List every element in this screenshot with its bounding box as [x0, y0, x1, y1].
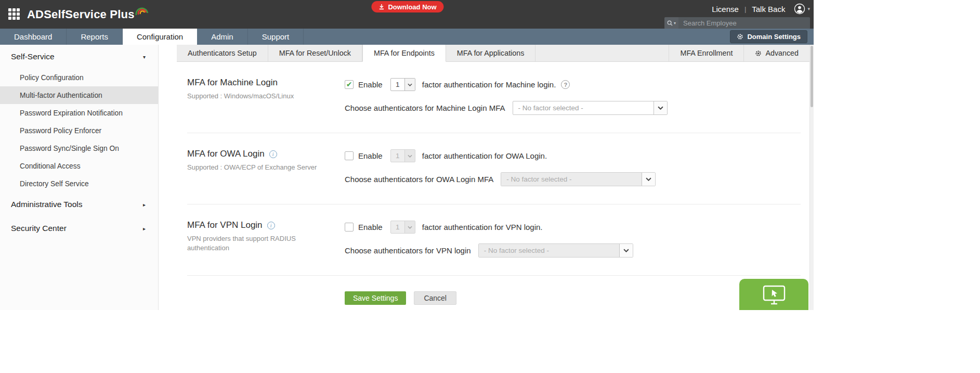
section-title: MFA for OWA Login	[187, 149, 265, 159]
search-input[interactable]	[678, 17, 810, 29]
gear-icon	[755, 50, 762, 57]
nav-admin[interactable]: Admin	[197, 29, 248, 45]
sidebar-item-password-sync-single-sign-on[interactable]: Password Sync/Single Sign On	[0, 139, 158, 157]
sidebar-group-label: Self-Service	[11, 52, 55, 61]
divider: |	[744, 5, 746, 13]
sidebar: Self-Service ▾ Policy Configuration Mult…	[0, 45, 159, 310]
tab-mfa-for-applications[interactable]: MFA for Applications	[446, 45, 536, 61]
user-avatar-icon	[794, 3, 805, 15]
chevron-down-icon: ▾	[674, 21, 676, 25]
user-avatar[interactable]: ▾	[794, 3, 810, 15]
chevron-right-icon: ▸	[143, 226, 146, 231]
chevron-down-icon	[619, 244, 633, 257]
chevron-down-icon	[654, 101, 667, 114]
section-subtitle: Supported : OWA/ECP of Exchange Server	[187, 163, 330, 172]
tab-mfa-for-endpoints[interactable]: MFA for Endpoints	[362, 45, 446, 62]
choose-authenticators-label: Choose authenticators for OWA Login MFA	[345, 175, 493, 184]
save-settings-button[interactable]: Save Settings	[345, 291, 406, 305]
nav-support[interactable]: Support	[248, 29, 304, 45]
app-logo-text: ADSelfService Plus	[27, 8, 135, 21]
support-chat-widget[interactable]	[739, 279, 808, 310]
sidebar-item-multi-factor-authentication[interactable]: Multi-factor Authentication	[0, 86, 158, 104]
nav-dashboard[interactable]: Dashboard	[0, 29, 67, 45]
owa-authenticators-select[interactable]: - No factor selected -	[501, 172, 656, 186]
section-subtitle: VPN providers that support RADIUS authen…	[187, 234, 330, 252]
enable-machine-mfa-checkbox[interactable]: ✔	[345, 80, 354, 89]
checkmark-icon: ✔	[346, 81, 352, 88]
factor-auth-text: factor authentication for VPN login.	[422, 223, 543, 231]
download-now-button[interactable]: Download Now	[371, 1, 443, 12]
vertical-scrollbar[interactable]	[809, 45, 814, 310]
section-machine-login: MFA for Machine Login Supported : Window…	[187, 62, 801, 133]
tab-advanced-label: Advanced	[765, 45, 799, 61]
gear-icon	[737, 33, 743, 40]
tab-mfa-for-reset-unlock[interactable]: MFA for Reset/Unlock	[268, 45, 362, 61]
form-actions: Save Settings Cancel	[345, 276, 801, 310]
main-nav: Dashboard Reports Configuration Admin Su…	[0, 29, 814, 45]
machine-authenticators-select[interactable]: - No factor selected -	[513, 101, 668, 115]
vpn-authenticators-select[interactable]: - No factor selected -	[478, 243, 633, 258]
browser-viewport: ADSelfService Plus Download Now License …	[0, 0, 814, 310]
choose-authenticators-label: Choose authenticators for VPN login	[345, 246, 471, 255]
sidebar-item-directory-self-service[interactable]: Directory Self Service	[0, 175, 158, 192]
top-bar: ADSelfService Plus Download Now License …	[0, 0, 814, 29]
sidebar-item-conditional-access[interactable]: Conditional Access	[0, 157, 158, 175]
info-icon[interactable]: i	[267, 222, 275, 229]
chevron-down-icon	[404, 79, 415, 91]
domain-settings-label: Domain Settings	[747, 33, 801, 41]
chevron-down-icon: ▾	[807, 6, 810, 11]
search-category-button[interactable]: ▾	[664, 17, 678, 29]
enable-label: Enable	[358, 223, 383, 231]
section-title: MFA for Machine Login	[187, 78, 278, 88]
chevron-down-icon: ▾	[143, 54, 146, 60]
domain-settings-button[interactable]: Domain Settings	[730, 30, 807, 43]
section-vpn-login: MFA for VPN Login i VPN providers that s…	[187, 204, 801, 276]
topbar-right: License | Talk Back ▾	[654, 0, 810, 29]
chevron-down-icon	[404, 221, 415, 233]
section-owa-login: MFA for OWA Login i Supported : OWA/ECP …	[187, 133, 801, 204]
cancel-button[interactable]: Cancel	[414, 291, 456, 305]
main-content: Authenticators Setup MFA for Reset/Unloc…	[159, 45, 814, 310]
help-icon[interactable]: ?	[561, 80, 570, 89]
mfa-tabstrip: Authenticators Setup MFA for Reset/Unloc…	[177, 45, 809, 62]
enable-owa-mfa-checkbox[interactable]: ✔	[345, 151, 354, 160]
nav-reports[interactable]: Reports	[67, 29, 123, 45]
enable-vpn-mfa-checkbox[interactable]: ✔	[345, 223, 354, 231]
sidebar-group-label: Security Center	[11, 224, 67, 233]
factor-auth-text: factor authentication for OWA Login.	[422, 151, 547, 160]
chevron-down-icon	[642, 173, 655, 186]
nav-configuration[interactable]: Configuration	[123, 29, 197, 45]
sidebar-item-policy-configuration[interactable]: Policy Configuration	[0, 69, 158, 86]
sidebar-item-password-policy-enforcer[interactable]: Password Policy Enforcer	[0, 122, 158, 139]
remote-session-icon	[761, 284, 788, 307]
scrollbar-thumb[interactable]	[811, 46, 813, 107]
enable-label: Enable	[358, 80, 383, 89]
logo-swoosh-icon	[135, 5, 149, 17]
app-logo: ADSelfService Plus	[27, 0, 149, 29]
tab-authenticators-setup[interactable]: Authenticators Setup	[177, 45, 268, 61]
vpn-factor-count-select[interactable]: 1	[390, 221, 415, 234]
section-subtitle: Supported : Windows/macOS/Linux	[187, 92, 330, 101]
download-icon	[378, 4, 384, 10]
tab-advanced[interactable]: Advanced	[743, 45, 809, 61]
section-title: MFA for VPN Login	[187, 220, 263, 230]
app-launcher-icon[interactable]	[8, 8, 20, 20]
employee-search: ▾	[664, 17, 810, 29]
machine-factor-count-select[interactable]: 1	[390, 78, 415, 91]
enable-label: Enable	[358, 151, 383, 160]
license-link[interactable]: License	[712, 5, 739, 14]
sidebar-group-administrative-tools[interactable]: Administrative Tools ▸	[0, 192, 158, 216]
sidebar-group-self-service[interactable]: Self-Service ▾	[0, 45, 158, 69]
sidebar-item-password-expiration-notification[interactable]: Password Expiration Notification	[0, 104, 158, 122]
info-icon[interactable]: i	[269, 150, 277, 158]
sidebar-group-label: Administrative Tools	[11, 200, 83, 209]
search-icon	[667, 20, 673, 26]
tabstrip-spacer	[535, 45, 669, 61]
sidebar-group-security-center[interactable]: Security Center ▸	[0, 216, 158, 240]
download-label: Download Now	[388, 3, 436, 11]
chevron-right-icon: ▸	[143, 202, 146, 208]
chevron-down-icon	[404, 150, 415, 162]
tab-mfa-enrollment[interactable]: MFA Enrollment	[669, 45, 743, 61]
owa-factor-count-select[interactable]: 1	[390, 149, 415, 162]
talk-back-link[interactable]: Talk Back	[752, 5, 785, 14]
